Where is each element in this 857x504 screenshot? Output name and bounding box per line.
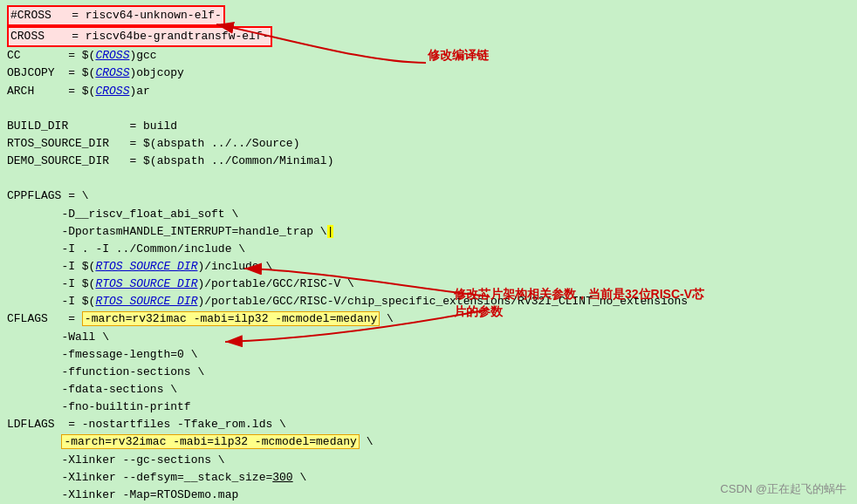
code-line-11: CPPFLAGS = \ (7, 187, 850, 205)
code-line-21: -ffunction-sections \ (7, 364, 850, 381)
code-line-9: DEMO_SOURCE_DIR = $(abspath ../Common/Mi… (7, 153, 850, 170)
annotation-arch-params: 修改芯片架构相关参数，当前是32位RISC-V芯片的参数 (454, 286, 716, 320)
code-line-16: -I $(RTOS_SOURCE_DIR)/portable/GCC/RISC-… (7, 276, 850, 293)
code-line-22: -fdata-sections \ (7, 381, 850, 398)
code-line-14: -I . -I ../Common/include \ (7, 241, 850, 258)
code-line-25: -march=rv32imac -mabi=ilp32 -mcmodel=med… (7, 433, 850, 451)
code-line-26: -Xlinker --gc-sections \ (7, 452, 850, 469)
code-line-13: -DportasmHANDLE_INTERRUPT=handle_trap \| (7, 223, 850, 241)
code-line-7: BUILD_DIR = build (7, 118, 850, 135)
code-area: #CROSS = riscv64-unknown-elf- CROSS = ri… (0, 0, 857, 504)
code-line-2: CROSS = riscv64be-grandtransfw-elf- (7, 26, 850, 47)
code-line-17: -I $(RTOS_SOURCE_DIR)/portable/GCC/RISC-… (7, 293, 850, 310)
code-line-10 (7, 170, 850, 187)
code-line-20: -fmessage-length=0 \ (7, 346, 850, 364)
code-line-12: -D__riscv_float_abi_soft \ (7, 206, 850, 223)
code-line-6 (7, 100, 850, 118)
code-line-8: RTOS_SOURCE_DIR = $(abspath ../../Source… (7, 135, 850, 153)
code-line-23: -fno-builtin-printf (7, 398, 850, 416)
code-line-15: -I $(RTOS_SOURCE_DIR)/include \ (7, 258, 850, 276)
code-line-19: -Wall \ (7, 329, 850, 346)
code-line-24: LDFLAGS = -nostartfiles -Tfake_rom.lds \ (7, 416, 850, 433)
annotation-compile-chain: 修改编译链 (428, 48, 489, 64)
watermark: CSDN @正在起飞的蜗牛 (720, 481, 847, 497)
code-line-18: CFLAGS = -march=rv32imac -mabi=ilp32 -mc… (7, 310, 850, 328)
code-line-5: ARCH = $(CROSS)ar (7, 83, 850, 100)
code-line-4: OBJCOPY = $(CROSS)objcopy (7, 65, 850, 82)
code-line-1: #CROSS = riscv64-unknown-elf- (7, 5, 850, 26)
